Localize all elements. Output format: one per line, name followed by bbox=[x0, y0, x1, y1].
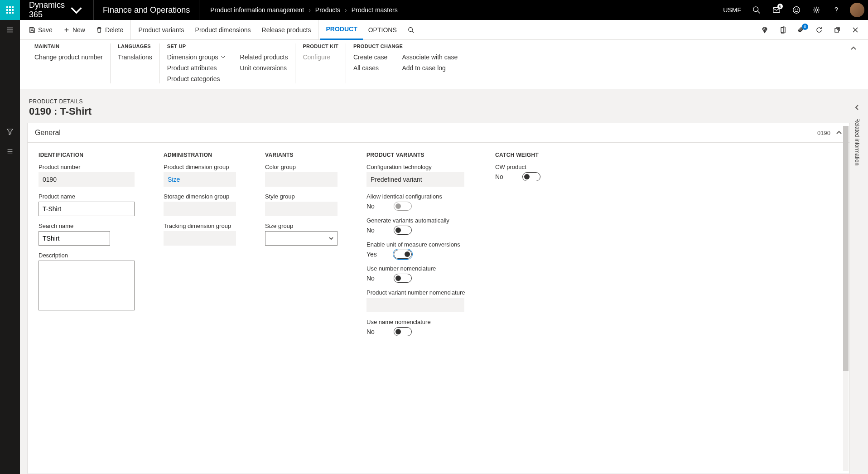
use-name-nomenclature-toggle[interactable] bbox=[394, 327, 412, 336]
scrollbar-thumb[interactable] bbox=[843, 126, 849, 371]
brand-switcher[interactable]: Dynamics 365 bbox=[20, 0, 93, 19]
section-title: CATCH WEIGHT bbox=[495, 152, 559, 158]
chevron-right-icon: › bbox=[345, 6, 347, 14]
field-enable-uom: Enable unit of measure conversions Yes bbox=[366, 241, 466, 259]
search-button[interactable] bbox=[747, 0, 767, 20]
toggle-value: No bbox=[366, 328, 377, 335]
topbar-right: USMF 6 bbox=[718, 0, 868, 20]
messages-button[interactable]: 6 bbox=[767, 0, 786, 20]
settings-button[interactable] bbox=[806, 0, 826, 20]
field-use-number-nomenclature: Use number nomenclature No bbox=[366, 265, 466, 283]
color-group-value[interactable] bbox=[265, 172, 338, 187]
field-label: CW product bbox=[495, 164, 559, 170]
action-product-variants[interactable]: Product variants bbox=[133, 20, 189, 40]
action-bar-right: 0 bbox=[756, 20, 864, 40]
help-icon bbox=[832, 6, 840, 14]
description-input[interactable] bbox=[39, 261, 135, 310]
product-dimension-group-value[interactable]: Size bbox=[164, 172, 236, 187]
link-change-product-number[interactable]: Change product number bbox=[34, 53, 103, 62]
message-badge: 6 bbox=[777, 4, 783, 9]
action-release-products[interactable]: Release products bbox=[256, 20, 319, 40]
nav-hamburger[interactable] bbox=[0, 20, 20, 40]
field-style-group: Style group bbox=[265, 193, 338, 216]
ribbon-group-setup: SET UP Dimension groups Product attribut… bbox=[160, 44, 296, 83]
variant-number-nomenclature-value[interactable] bbox=[366, 298, 464, 312]
save-button[interactable]: Save bbox=[24, 20, 58, 40]
user-avatar[interactable] bbox=[850, 3, 864, 17]
search-icon bbox=[408, 27, 414, 33]
related-information-label[interactable]: Related information bbox=[854, 118, 860, 165]
personalize-button[interactable] bbox=[756, 20, 774, 40]
link-associate-with-case[interactable]: Associate with case bbox=[402, 53, 458, 62]
breadcrumb-item[interactable]: Products bbox=[315, 6, 340, 14]
field-use-name-nomenclature: Use name nomenclature No bbox=[366, 319, 466, 336]
save-label: Save bbox=[38, 26, 53, 34]
link-related-products[interactable]: Related products bbox=[240, 53, 288, 62]
ribbon-group-maintain: MAINTAIN Change product number bbox=[27, 44, 111, 83]
link-unit-conversions[interactable]: Unit conversions bbox=[240, 63, 288, 73]
field-label: Configuration technology bbox=[366, 164, 466, 170]
office-button[interactable] bbox=[774, 20, 792, 40]
ribbon-collapse[interactable] bbox=[846, 44, 861, 83]
ribbon-title: PRODUCT KIT bbox=[303, 44, 338, 49]
gear-icon bbox=[812, 6, 820, 14]
delete-label: Delete bbox=[105, 26, 123, 34]
app-launcher[interactable] bbox=[0, 0, 20, 20]
ribbon-title: PRODUCT CHANGE bbox=[353, 44, 458, 49]
nav-list[interactable] bbox=[0, 141, 20, 161]
action-bar: Save New Delete Product variants Product… bbox=[20, 20, 868, 40]
search-name-input[interactable] bbox=[39, 231, 110, 246]
tracking-dimension-group-value[interactable] bbox=[164, 231, 236, 246]
delete-button[interactable]: Delete bbox=[91, 20, 131, 40]
popout-button[interactable] bbox=[828, 20, 846, 40]
use-number-nomenclature-toggle[interactable] bbox=[394, 274, 412, 283]
link-product-attributes[interactable]: Product attributes bbox=[167, 63, 226, 73]
configuration-technology-value[interactable]: Predefined variant bbox=[366, 172, 464, 187]
generate-auto-toggle[interactable] bbox=[394, 226, 412, 235]
tab-product[interactable]: PRODUCT bbox=[320, 20, 362, 40]
refresh-button[interactable] bbox=[810, 20, 828, 40]
link-all-cases[interactable]: All cases bbox=[353, 63, 387, 73]
field-cw-product: CW product No bbox=[495, 164, 559, 181]
enable-uom-toggle[interactable] bbox=[394, 250, 412, 259]
page-title: 0190 : T-Shirt bbox=[29, 106, 850, 117]
breadcrumb-item[interactable]: Product masters bbox=[352, 6, 398, 14]
svg-point-5 bbox=[815, 9, 817, 11]
breadcrumb-item[interactable]: Product information management bbox=[210, 6, 304, 14]
link-translations[interactable]: Translations bbox=[118, 53, 152, 62]
section-title: ADMINISTRATION bbox=[164, 152, 236, 158]
field-size-group: Size group bbox=[265, 222, 338, 246]
product-name-input[interactable] bbox=[39, 202, 135, 216]
size-group-select[interactable] bbox=[265, 231, 338, 246]
expand-related-pane[interactable] bbox=[850, 100, 864, 115]
company-label[interactable]: USMF bbox=[718, 6, 747, 14]
link-product-categories[interactable]: Product categories bbox=[167, 74, 226, 83]
new-button[interactable]: New bbox=[58, 20, 91, 40]
action-product-dimensions[interactable]: Product dimensions bbox=[190, 20, 256, 40]
style-group-value[interactable] bbox=[265, 202, 338, 216]
attachments-button[interactable]: 0 bbox=[792, 20, 810, 40]
product-number-value[interactable]: 0190 bbox=[39, 172, 135, 187]
link-dimension-groups[interactable]: Dimension groups bbox=[167, 53, 226, 62]
cw-product-toggle[interactable] bbox=[522, 172, 540, 181]
link-add-to-case-log[interactable]: Add to case log bbox=[402, 63, 458, 73]
field-allow-identical: Allow identical configurations No bbox=[366, 193, 466, 211]
storage-dimension-group-value[interactable] bbox=[164, 202, 236, 216]
action-search[interactable] bbox=[402, 20, 420, 40]
nav-filter[interactable] bbox=[0, 121, 20, 141]
field-label: Product name bbox=[39, 193, 135, 200]
section-title: VARIANTS bbox=[265, 152, 338, 158]
tab-options[interactable]: OPTIONS bbox=[363, 20, 402, 40]
field-label: Color group bbox=[265, 164, 338, 170]
link-create-case[interactable]: Create case bbox=[353, 53, 387, 62]
chevron-up-icon bbox=[850, 45, 857, 52]
field-label: Use number nomenclature bbox=[366, 265, 466, 272]
feedback-button[interactable] bbox=[786, 0, 806, 20]
link-configure: Configure bbox=[303, 53, 338, 62]
field-label: Generate variants automatically bbox=[366, 217, 466, 224]
fasttab-general-header[interactable]: General 0190 bbox=[28, 123, 849, 143]
field-tracking-dimension-group: Tracking dimension group bbox=[164, 222, 236, 246]
field-label: Product variant number nomenclature bbox=[366, 289, 466, 296]
close-button[interactable] bbox=[846, 20, 864, 40]
help-button[interactable] bbox=[826, 0, 846, 20]
